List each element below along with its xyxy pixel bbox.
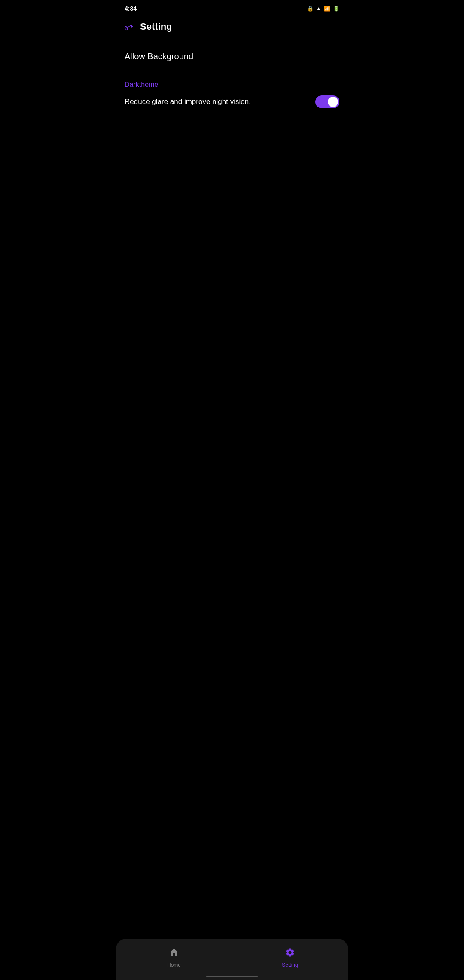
- lock-status-icon: 🔒: [307, 6, 314, 12]
- status-icons: 🔒 ▲ 📶 🔋: [307, 6, 339, 12]
- settings-content: Allow Background Darktheme Reduce glare …: [116, 40, 348, 122]
- page-title: Setting: [140, 21, 172, 32]
- home-nav-label: Home: [167, 962, 181, 968]
- app-header: 🗝 Setting: [116, 15, 348, 40]
- key-icon: 🗝: [122, 19, 136, 34]
- darktheme-setting-row: Reduce glare and improve night vision.: [125, 95, 339, 108]
- wifi-icon: ▲: [316, 6, 321, 12]
- signal-icon: 📶: [324, 6, 330, 12]
- darktheme-toggle[interactable]: [315, 95, 339, 108]
- home-indicator: [206, 976, 258, 977]
- nav-item-home[interactable]: Home: [116, 944, 232, 971]
- allow-background-section: Allow Background: [116, 43, 348, 72]
- nav-item-setting[interactable]: Setting: [232, 944, 348, 971]
- home-icon: [169, 947, 179, 960]
- battery-icon: 🔋: [333, 6, 339, 12]
- setting-nav-icon: [285, 947, 295, 960]
- darktheme-toggle-slider[interactable]: [315, 95, 339, 108]
- darktheme-description: Reduce glare and improve night vision.: [125, 97, 308, 107]
- header-key-icon: 🗝: [123, 21, 135, 33]
- darktheme-section: Darktheme Reduce glare and improve night…: [116, 72, 348, 119]
- status-time: 4:34: [125, 5, 137, 12]
- darktheme-category-label: Darktheme: [125, 81, 339, 89]
- setting-nav-label: Setting: [282, 962, 298, 968]
- status-bar: 4:34 🔒 ▲ 📶 🔋: [116, 0, 348, 15]
- allow-background-label: Allow Background: [125, 52, 193, 61]
- bottom-navigation: Home Setting: [116, 939, 348, 980]
